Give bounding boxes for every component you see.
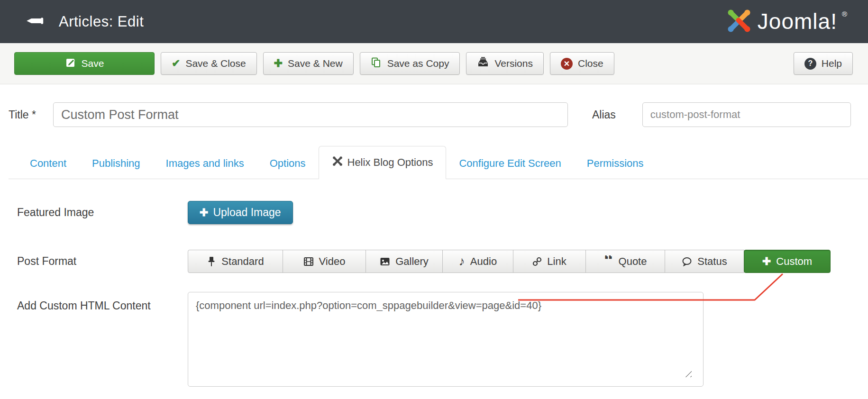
check-icon: ✔ [172, 57, 180, 70]
plus-icon: ✚ [200, 207, 208, 219]
post-format-group: Standard Video Gallery ♪ Audio [188, 250, 831, 273]
close-label: Close [578, 58, 603, 69]
tab-bar: Content Publishing Images and links Opti… [9, 146, 868, 179]
save-as-copy-button[interactable]: Save as Copy [360, 52, 460, 75]
joomla-logo-icon [725, 7, 753, 36]
help-label: Help [822, 58, 842, 69]
save-and-close-button[interactable]: ✔ Save & Close [161, 52, 257, 75]
close-button[interactable]: ✕ Close [550, 52, 614, 75]
versions-button[interactable]: Versions [466, 52, 544, 75]
upload-image-button[interactable]: ✚ Upload Image [188, 201, 293, 224]
tab-helix-blog-options[interactable]: Helix Blog Options [319, 146, 447, 179]
post-format-audio-label: Audio [470, 255, 497, 268]
post-format-custom-label: Custom [776, 255, 812, 268]
title-input[interactable] [53, 102, 568, 127]
post-format-gallery-button[interactable]: Gallery [365, 250, 443, 273]
admin-header: Articles: Edit Joomla! ® [0, 0, 868, 43]
page-title: Articles: Edit [59, 13, 144, 30]
music-note-icon: ♪ [459, 254, 465, 269]
post-format-audio-button[interactable]: ♪ Audio [442, 250, 513, 273]
post-format-link-button[interactable]: Link [513, 250, 586, 273]
save-pencil-square-icon [65, 57, 76, 71]
tab-images-and-links[interactable]: Images and links [153, 148, 257, 179]
thumbtack-icon [207, 256, 216, 267]
post-format-quote-button[interactable]: “ Quote [585, 250, 665, 273]
brand-registered-mark: ® [842, 10, 847, 18]
post-format-custom-button[interactable]: ✚ Custom [744, 250, 831, 273]
post-format-video-button[interactable]: Video [283, 250, 366, 273]
film-icon [303, 257, 314, 266]
save-button-label: Save [82, 58, 104, 69]
joomla-brand: Joomla! ® [725, 7, 847, 36]
featured-image-label: Featured Image [17, 206, 188, 219]
alias-label: Alias [592, 109, 616, 121]
post-format-standard-label: Standard [221, 255, 264, 268]
post-format-gallery-label: Gallery [395, 255, 429, 268]
archive-icon [477, 57, 489, 71]
copy-pages-icon [371, 57, 382, 71]
post-format-label: Post Format [17, 255, 188, 268]
image-icon [380, 257, 390, 266]
helix-joomla-icon [332, 155, 343, 170]
save-and-close-label: Save & Close [185, 58, 246, 69]
post-format-standard-button[interactable]: Standard [188, 250, 283, 273]
plus-icon: ✚ [762, 255, 771, 268]
tab-publishing[interactable]: Publishing [79, 148, 153, 179]
help-button[interactable]: ? Help [794, 52, 853, 75]
custom-html-row: Add Custom HTML Content {component url=i… [17, 292, 868, 387]
post-format-row: Post Format Standard Video [17, 250, 868, 273]
tab-permissions[interactable]: Permissions [574, 148, 657, 179]
quote-icon: “ [604, 255, 613, 268]
save-as-copy-label: Save as Copy [387, 58, 449, 69]
tab-helix-label: Helix Blog Options [347, 156, 433, 169]
save-button[interactable]: Save [14, 52, 155, 75]
post-format-status-label: Status [697, 255, 727, 268]
link-icon [532, 257, 542, 266]
featured-image-row: Featured Image ✚ Upload Image [17, 201, 868, 224]
alias-input[interactable] [642, 102, 851, 127]
speech-bubble-icon [682, 257, 692, 266]
versions-label: Versions [494, 58, 533, 69]
save-and-new-button[interactable]: ✚ Save & New [263, 52, 354, 75]
plus-icon: ✚ [274, 57, 283, 70]
edit-form: Title * Alias Content Publishing Images … [0, 102, 868, 387]
articles-edit-page: Articles: Edit Joomla! ® [0, 0, 868, 399]
title-row: Title * Alias [9, 102, 868, 127]
post-format-quote-label: Quote [619, 255, 647, 268]
close-circle-icon: ✕ [561, 58, 573, 70]
tab-content[interactable]: Content [17, 148, 79, 179]
post-format-video-label: Video [319, 255, 346, 268]
post-format-status-button[interactable]: Status [665, 250, 744, 273]
help-circle-icon: ? [804, 58, 816, 70]
upload-image-label: Upload Image [213, 206, 281, 219]
custom-html-label: Add Custom HTML Content [17, 292, 188, 312]
pencil-icon [25, 11, 44, 32]
post-format-link-label: Link [547, 255, 566, 268]
title-label: Title * [9, 109, 53, 121]
custom-html-textarea[interactable]: {component url=index.php?option=com_sppa… [188, 292, 704, 387]
toolbar: Save ✔ Save & Close ✚ Save & New Save as… [0, 43, 868, 84]
tab-configure-edit-screen[interactable]: Configure Edit Screen [446, 148, 574, 179]
save-and-new-label: Save & New [288, 58, 343, 69]
brand-text: Joomla! [758, 7, 837, 36]
tab-options[interactable]: Options [257, 148, 319, 179]
